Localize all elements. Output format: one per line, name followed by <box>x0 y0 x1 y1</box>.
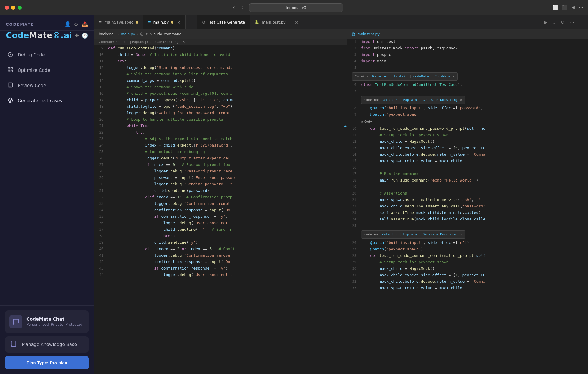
right-code-body[interactable]: 1 import unittest 2 from unittest.mock i… <box>347 39 588 374</box>
tab-label-main-save: mainSave.spec <box>104 20 133 24</box>
nav-forward-button[interactable]: › <box>240 4 245 11</box>
tab-close-main-test[interactable]: ✕ <box>295 20 298 25</box>
search-input[interactable] <box>249 3 343 12</box>
line-add-btn-21[interactable]: + <box>344 123 347 129</box>
code-line-28: 28 logger.debug("Password prompt rece <box>94 168 347 175</box>
code-line-38: 38 break <box>94 233 347 240</box>
tab-label-main-test: main.test.py <box>262 20 286 24</box>
code-line-27: 27 if index == 0: # Password prompt four <box>94 162 347 168</box>
plan-type-button[interactable]: Plan Type: Pro plan <box>5 356 89 369</box>
split-view-icon[interactable]: ⌄ <box>551 19 557 25</box>
left-editor: backend1 › main.py › run_sudo_command Co… <box>94 29 347 374</box>
right-breadcrumb: main.test.py › ... <box>347 29 588 39</box>
review-icon <box>7 82 14 89</box>
code-line-15: 15 # Spawn the command with sudo <box>94 84 347 91</box>
left-breadcrumb: backend1 › main.py › run_sudo_command <box>94 29 347 39</box>
breadcrumb-part-3: run_sudo_command <box>140 32 181 36</box>
code-line-34: 34 confirmation_response = input("Do <box>94 207 347 214</box>
explain-link-3[interactable]: Explain <box>403 232 417 236</box>
rcode-line-24: 24 self.assertTrue(mock_child.logfile.cl… <box>347 216 588 223</box>
code-line-21: 21 while True: + <box>94 123 347 129</box>
code-line-10: 10 child = None # Initialize child to No… <box>94 52 347 58</box>
account-icon[interactable]: 👤 <box>64 21 71 27</box>
explain-link-2[interactable]: Explain <box>403 98 417 102</box>
refresh-icon[interactable]: ↺ <box>559 19 566 25</box>
line-add-btn-18[interactable]: + <box>586 177 588 184</box>
generate-icon <box>7 97 14 104</box>
code-line-37: 37 child.sendline('n') # Send 'n <box>94 227 347 233</box>
refactor-link-2[interactable]: Refactor <box>382 98 397 102</box>
tab-main-py[interactable]: ≡ main.py ✕ <box>143 15 186 29</box>
refactor-link-1[interactable]: Refactor <box>372 74 388 78</box>
code-line-9: 9 def run_sudo_command(command): <box>94 45 347 52</box>
code-line-17: 17 child = pexpect.spawn('zsh', ['-l', '… <box>94 97 347 104</box>
tab-icon-main-save: ≡ <box>99 20 102 24</box>
code-info-close[interactable]: ✕ <box>182 40 185 44</box>
right-editor: main.test.py › ... 1 import unittest 2 f… <box>347 29 588 374</box>
tab-main-save[interactable]: ≡ mainSave.spec <box>94 15 143 29</box>
ellipsis-right-icon[interactable]: ··· <box>578 19 584 25</box>
minimize-button[interactable] <box>11 6 15 10</box>
tooltip-2-close[interactable]: ✕ <box>460 97 462 103</box>
codemate-chat-card[interactable]: CodeMate Chat Personalised. Private. Pro… <box>5 310 89 333</box>
history-icon[interactable]: 🕐 <box>81 32 88 39</box>
titlebar: ‹ › ⬜ ⬛ ⊞ ··· <box>0 0 588 15</box>
sidebar-item-label-debug: Debug Code <box>18 52 45 58</box>
code-line-16: 16 # child = pexpect.spawn(command_args[… <box>94 91 347 97</box>
sidebar-item-debug[interactable]: Debug Code <box>0 47 94 63</box>
main-layout: CODEMATE 👤 ⚙ 📤 CodeMate®.ai ✚ 🕐 <box>0 15 588 374</box>
tabs-more-left[interactable]: ··· <box>186 15 197 29</box>
tooltip-3-text: Codeium: Refactor | Explain | Generate D… <box>364 232 458 237</box>
code-line-13: 13 # Split the command into a list of ar… <box>94 71 347 78</box>
rcode-line-19: 19 <box>347 184 588 190</box>
left-code-body[interactable]: 9 def run_sudo_command(command): 10 chil… <box>94 45 347 374</box>
rcode-line-23: 23 self.assertTrue(mock_child.terminate.… <box>347 210 588 216</box>
rcode-line-8: 8 @patch('builtins.input', side_effect=[… <box>347 105 588 112</box>
gendoc-link-3[interactable]: Generate Docstring <box>423 232 458 236</box>
add-icon[interactable]: ✚ <box>75 32 79 39</box>
explain-link-1[interactable]: Explain <box>394 74 407 78</box>
layout-icon[interactable]: ⊞ <box>571 5 575 10</box>
gendoc-link-2[interactable]: Generate Docstring <box>423 98 458 102</box>
code-line-44: 44 logger.debug("User chose not t <box>94 272 347 278</box>
tab-test-case-gen[interactable]: ⚙ Test Case Generate <box>197 15 250 29</box>
sidebar-toggle-icon[interactable]: ⬜ <box>552 5 558 10</box>
codemate-link-1[interactable]: CodeMate <box>413 74 429 78</box>
code-line-11: 11 try: <box>94 58 347 65</box>
breadcrumb-sep-2: › <box>137 32 138 36</box>
tooltip-3-close[interactable]: ✕ <box>460 232 462 237</box>
tab-modified-dot <box>136 21 138 24</box>
sidebar-nav: Debug Code Optimize Code Review Code <box>0 45 94 305</box>
tab-main-test[interactable]: 🐍 main.test.py 1 ✕ <box>250 15 303 29</box>
sidebar-item-optimize[interactable]: Optimize Code <box>0 63 94 78</box>
tooltip-1-close[interactable]: ✕ <box>453 74 455 79</box>
svg-rect-0 <box>8 68 10 69</box>
split-editor-icon[interactable]: ⬛ <box>562 5 568 10</box>
sidebar-item-review[interactable]: Review Code <box>0 78 94 93</box>
more-right-icon[interactable]: ⋯ <box>568 19 575 25</box>
run-icon[interactable]: ▶ <box>543 19 549 25</box>
manage-kb-label: Manage Knowledge Base <box>22 342 77 347</box>
tab-close-main-py[interactable]: ✕ <box>177 20 181 25</box>
rcode-line-28: 28 def test_run_sudo_command_confirmatio… <box>347 253 588 259</box>
rcode-line-15: 15 mock_spawn.return_value = mock_child <box>347 158 588 164</box>
tab-icon-test-case: ⚙ <box>202 20 206 24</box>
titlebar-right-icons: ⬜ ⬛ ⊞ ··· <box>552 5 583 10</box>
breadcrumb-sep-1: › <box>118 32 119 36</box>
cody-button[interactable]: ↺ Cody <box>361 119 588 125</box>
rcode-line-17: 17 # Run the command <box>347 171 588 177</box>
chat-icon-box <box>9 315 22 328</box>
maximize-button[interactable] <box>18 6 22 10</box>
refactor-link-3[interactable]: Refactor <box>382 232 397 236</box>
sidebar-item-generate[interactable]: Generate Test cases <box>0 93 94 109</box>
rcode-line-5: 5 <box>347 65 588 71</box>
close-button[interactable] <box>5 6 9 10</box>
code-line-42: 42 confirmation_response = input("Do <box>94 259 347 265</box>
settings-icon[interactable]: ⚙ <box>74 21 78 27</box>
more-options-icon[interactable]: ··· <box>579 5 583 10</box>
nav-back-button[interactable]: ‹ <box>231 4 237 11</box>
manage-kb-card[interactable]: Manage Knowledge Base <box>5 336 89 353</box>
rcode-line-31: 31 mock_child.expect.side_effect = [1, p… <box>347 272 588 279</box>
codemate-link-2[interactable]: CodeMate <box>435 74 450 78</box>
export-icon[interactable]: 📤 <box>81 21 88 27</box>
